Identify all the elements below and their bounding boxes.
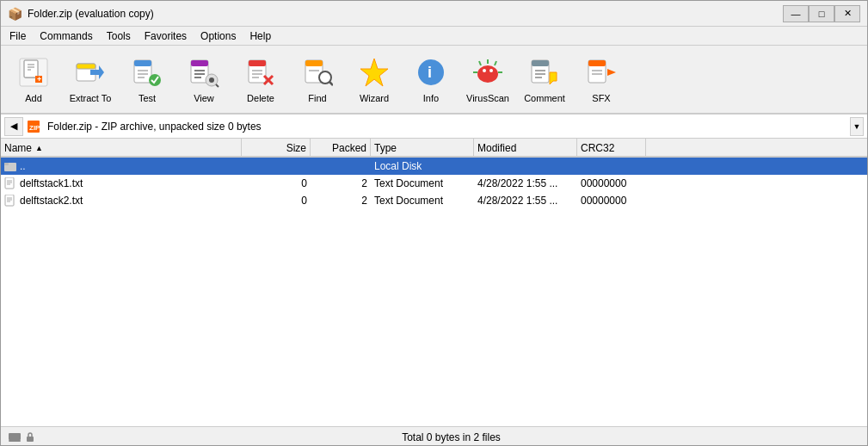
svg-line-26 <box>216 84 219 87</box>
delete-button[interactable]: Delete <box>233 49 288 109</box>
find-button[interactable]: Find <box>290 49 345 109</box>
find-label: Find <box>308 93 326 103</box>
maximize-button[interactable]: □ <box>809 5 834 22</box>
menu-item-file[interactable]: File <box>3 28 33 44</box>
svg-point-25 <box>209 77 214 83</box>
svg-rect-4 <box>24 60 38 77</box>
test-button[interactable]: Test <box>120 49 175 109</box>
svg-rect-20 <box>191 60 208 66</box>
svg-rect-14 <box>134 60 151 66</box>
extract-to-label: Extract To <box>70 93 112 103</box>
parent-dir-icon <box>4 160 16 172</box>
row-crc-file2: 00000000 <box>577 192 646 209</box>
row-name-file2: delftstack2.txt <box>1 192 242 209</box>
menu-item-options[interactable]: Options <box>194 28 243 44</box>
table-row[interactable]: delftstack1.txt 0 2 Text Document 4/28/2… <box>1 175 867 192</box>
col-header-name[interactable]: Name ▲ <box>1 139 242 158</box>
row-crc-parent <box>577 158 646 175</box>
row-type-parent: Local Disk <box>371 158 474 175</box>
wizard-icon <box>357 55 391 90</box>
svg-point-44 <box>483 69 486 72</box>
main-content: Name ▲ Size Packed Type Modified CRC32 .… <box>1 139 867 426</box>
menu-item-commands[interactable]: Commands <box>33 28 99 44</box>
virusscan-label: VirusScan <box>466 93 509 103</box>
row-modified-parent <box>474 158 577 175</box>
address-back-button[interactable]: ◀ <box>4 117 23 136</box>
title-bar: 📦 Folder.zip (evaluation copy) — □ ✕ <box>1 1 867 27</box>
menu-item-help[interactable]: Help <box>243 28 278 44</box>
title-bar-title: Folder.zip (evaluation copy) <box>28 8 154 20</box>
sfx-button[interactable]: SFX <box>574 49 629 109</box>
address-dropdown-button[interactable]: ▼ <box>850 117 864 136</box>
address-bar: ◀ ZIP Folder.zip - ZIP archive, unpacked… <box>1 115 867 139</box>
svg-rect-52 <box>532 60 549 66</box>
status-bar: Total 0 bytes in 2 files <box>1 426 867 446</box>
row-name-file1: delftstack1.txt <box>1 175 242 192</box>
svg-line-48 <box>495 61 496 65</box>
test-icon <box>130 55 164 90</box>
test-label: Test <box>139 93 156 103</box>
col-header-type[interactable]: Type <box>371 139 474 158</box>
svg-marker-40 <box>360 59 388 86</box>
sfx-label: SFX <box>592 93 610 103</box>
status-icons <box>8 432 35 443</box>
view-label: View <box>194 93 214 103</box>
delete-icon <box>243 55 278 90</box>
add-label: Add <box>25 93 42 103</box>
row-type-file1: Text Document <box>371 175 474 192</box>
svg-rect-11 <box>77 64 95 69</box>
svg-rect-74 <box>9 440 21 442</box>
col-header-size[interactable]: Size <box>242 139 311 158</box>
svg-line-39 <box>329 82 333 85</box>
row-packed-file2: 2 <box>311 192 371 209</box>
comment-icon <box>527 55 562 90</box>
address-text: Folder.zip - ZIP archive, unpacked size … <box>44 119 846 134</box>
menu-item-favorites[interactable]: Favorites <box>138 28 194 44</box>
col-header-crc32[interactable]: CRC32 <box>577 139 646 158</box>
zip-icon: ZIP <box>27 120 40 133</box>
info-button[interactable]: i Info <box>403 49 459 109</box>
row-type-file2: Text Document <box>371 192 474 209</box>
title-bar-left: 📦 Folder.zip (evaluation copy) <box>8 7 154 21</box>
svg-rect-75 <box>27 437 34 442</box>
svg-text:+: + <box>37 75 41 84</box>
svg-text:i: i <box>428 64 432 81</box>
extract-to-icon <box>73 55 108 90</box>
col-header-modified[interactable]: Modified <box>474 139 577 158</box>
comment-label: Comment <box>524 93 565 103</box>
txt-file-icon <box>4 195 16 207</box>
svg-rect-57 <box>588 60 606 66</box>
comment-button[interactable]: Comment <box>517 49 572 109</box>
menu-item-tools[interactable]: Tools <box>100 28 138 44</box>
svg-line-46 <box>479 61 481 65</box>
view-icon <box>187 55 221 90</box>
title-bar-controls: — □ ✕ <box>783 5 860 22</box>
view-button[interactable]: View <box>176 49 231 109</box>
row-packed-parent <box>311 158 371 175</box>
row-size-file1: 0 <box>242 175 311 192</box>
row-size-file2: 0 <box>242 192 311 209</box>
table-row[interactable]: .. Local Disk <box>1 158 867 175</box>
table-row[interactable]: delftstack2.txt 0 2 Text Document 4/28/2… <box>1 192 867 209</box>
svg-text:ZIP: ZIP <box>29 124 40 132</box>
row-size-parent <box>242 158 311 175</box>
find-icon <box>300 55 335 90</box>
virusscan-button[interactable]: VirusScan <box>460 49 515 109</box>
row-name-parent: .. <box>1 158 242 175</box>
minimize-button[interactable]: — <box>783 5 809 22</box>
list-header: Name ▲ Size Packed Type Modified CRC32 <box>1 139 867 158</box>
txt-file-icon <box>4 177 16 189</box>
app-icon: 📦 <box>8 7 22 21</box>
svg-point-45 <box>489 69 493 72</box>
svg-rect-35 <box>305 60 323 66</box>
sfx-icon <box>584 55 619 90</box>
status-lock-icon <box>25 432 35 443</box>
add-button[interactable]: + Add <box>6 49 61 109</box>
col-header-packed[interactable]: Packed <box>311 139 371 158</box>
virusscan-icon <box>471 55 505 90</box>
close-button[interactable]: ✕ <box>834 5 860 22</box>
wizard-button[interactable]: Wizard <box>347 49 402 109</box>
row-modified-file2: 4/28/2022 1:55 ... <box>474 192 577 209</box>
extract-to-button[interactable]: Extract To <box>63 49 118 109</box>
add-icon: + <box>16 55 51 90</box>
